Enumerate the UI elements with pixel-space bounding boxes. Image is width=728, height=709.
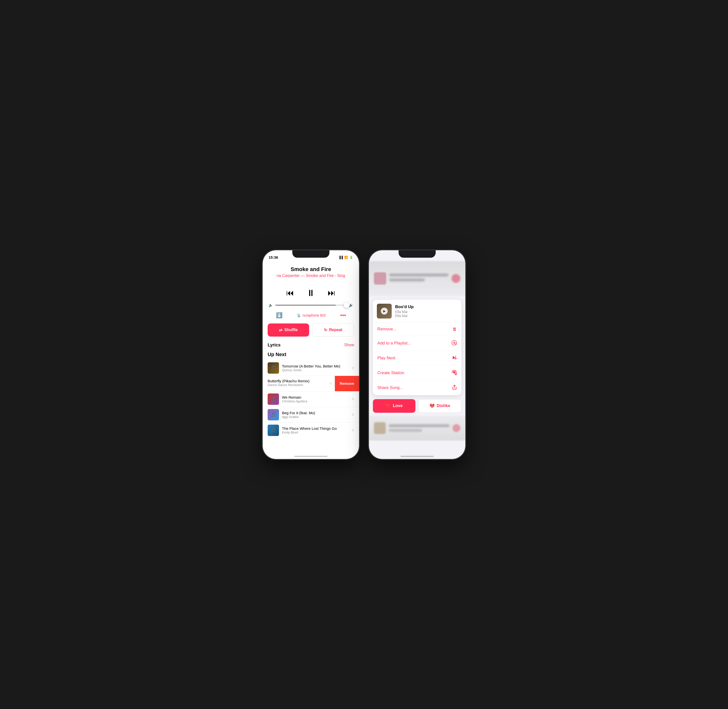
queue-item-info: We Remain Christina Aguilera bbox=[282, 395, 349, 403]
ctx-song-info: Boo'd Up Ella Mai Ella Mai bbox=[395, 305, 457, 318]
ctx-song-album: Ella Mai bbox=[395, 310, 457, 314]
queue-item-title: The Place Where Lost Things Go bbox=[282, 426, 349, 430]
more-options-icon[interactable]: ••• bbox=[340, 312, 346, 318]
queue-item-title: Butterfly (Pikachu Remix) bbox=[268, 379, 325, 383]
wifi-icon: 📶 bbox=[344, 256, 348, 259]
volume-high-icon: 🔊 bbox=[349, 303, 353, 307]
repeat-button[interactable]: ↻ Repeat bbox=[312, 324, 354, 337]
blurred-album-art bbox=[374, 272, 386, 284]
volume-low-icon: 🔈 bbox=[269, 303, 273, 307]
shuffle-button[interactable]: ⇄ Shuffle bbox=[268, 324, 309, 337]
lyrics-row: Lyrics Show bbox=[263, 343, 359, 352]
volume-row: 🔈 🔊 bbox=[263, 303, 359, 312]
airplay-icon: 📡 bbox=[297, 313, 301, 317]
queue-item: 🎵 We Remain Christina Aguilera ≡ bbox=[263, 391, 359, 407]
ctx-song-artist: Ella Mai bbox=[395, 314, 457, 318]
drag-handle-icon[interactable]: ≡ bbox=[352, 397, 354, 401]
dislike-label: Dislike bbox=[437, 403, 450, 408]
repeat-label: Repeat bbox=[329, 328, 342, 332]
blurred-line-bottom-2 bbox=[389, 429, 422, 432]
play-next-label: Play Next bbox=[377, 356, 395, 360]
drag-handle-icon[interactable]: ≡ bbox=[352, 366, 354, 370]
album-art-we-remain: 🎵 bbox=[268, 394, 279, 405]
phone2-screen: ▶ Boo'd Up Ella Mai Ella Mai Remove... 🗑… bbox=[369, 250, 465, 459]
notch bbox=[399, 250, 436, 258]
device-name-row[interactable]: 📡 nuraphone 602 bbox=[297, 313, 326, 317]
volume-slider[interactable] bbox=[275, 305, 347, 306]
phone1-screen: 15:36 ▐▐ 📶 🔋 Smoke and Fire na Carpenter… bbox=[263, 250, 359, 459]
play-next-icon bbox=[451, 355, 457, 362]
queue-item: 🎵 Tomorrow (A Better You, Better Me) Qui… bbox=[263, 360, 359, 376]
device-name-label: nuraphone 602 bbox=[303, 313, 326, 317]
volume-thumb bbox=[344, 302, 349, 308]
dislike-button[interactable]: 💔 Dislike bbox=[418, 399, 462, 413]
player-controls: ⏮ ⏸ ⏭ bbox=[263, 285, 359, 303]
queue-list: 🎵 Tomorrow (A Better You, Better Me) Qui… bbox=[263, 360, 359, 438]
drag-handle-icon[interactable]: ≡ bbox=[352, 428, 354, 433]
menu-item-remove[interactable]: Remove... 🗑 bbox=[373, 323, 462, 336]
signal-icon: ▐▐ bbox=[339, 256, 343, 259]
lyrics-label: Lyrics bbox=[268, 343, 281, 348]
love-button[interactable]: ❤️ Love bbox=[373, 399, 415, 413]
shuffle-label: Shuffle bbox=[284, 328, 297, 332]
status-time: 15:36 bbox=[269, 255, 278, 260]
track-title: Smoke and Fire bbox=[263, 261, 359, 274]
notch bbox=[292, 250, 329, 258]
create-station-icon bbox=[451, 370, 457, 376]
drag-handle-icon[interactable]: ≡ bbox=[352, 413, 354, 417]
menu-item-share[interactable]: Share Song... bbox=[373, 381, 462, 395]
fast-forward-button[interactable]: ⏭ bbox=[328, 288, 336, 298]
drag-handle-icon[interactable]: ≡ bbox=[329, 378, 335, 389]
volume-fill bbox=[275, 305, 336, 306]
add-playlist-icon bbox=[451, 340, 457, 347]
queue-item-info: Tomorrow (A Better You, Better Me) Quinc… bbox=[282, 364, 349, 372]
share-icon bbox=[452, 385, 457, 391]
menu-item-add-playlist[interactable]: Add to a Playlist... bbox=[373, 336, 462, 351]
track-subtitle: na Carpenter — Smoke and Fire - Sing bbox=[263, 274, 359, 285]
create-station-label: Create Station bbox=[377, 371, 404, 375]
shuffle-repeat-row: ⇄ Shuffle ↻ Repeat bbox=[263, 324, 359, 343]
dislike-icon: 💔 bbox=[430, 403, 435, 408]
remove-label: Remove... bbox=[377, 327, 396, 332]
heart-icon: ❤️ bbox=[386, 403, 391, 408]
album-art-quincy: 🎵 bbox=[268, 362, 279, 373]
home-indicator bbox=[400, 456, 434, 457]
home-indicator bbox=[294, 456, 328, 457]
pause-button[interactable]: ⏸ bbox=[306, 288, 315, 298]
queue-item-artist: Iggy Azalea bbox=[282, 415, 349, 419]
action-row: ⬇️ 📡 nuraphone 602 ••• bbox=[263, 312, 359, 324]
rewind-button[interactable]: ⏮ bbox=[286, 288, 294, 298]
queue-item-title: Beg For It (feat. Mo) bbox=[282, 411, 349, 415]
queue-item-title: Tomorrow (A Better You, Better Me) bbox=[282, 364, 349, 368]
status-icons: ▐▐ 📶 🔋 bbox=[339, 256, 353, 259]
menu-item-play-next[interactable]: Play Next bbox=[373, 351, 462, 366]
swiped-item-content: Butterfly (Pikachu Remix) Dance Dance Re… bbox=[263, 376, 329, 391]
queue-item-title: We Remain bbox=[282, 395, 349, 400]
play-overlay: ▶ bbox=[381, 308, 388, 315]
add-playlist-label: Add to a Playlist... bbox=[377, 341, 411, 346]
download-icon[interactable]: ⬇️ bbox=[276, 312, 282, 318]
blurred-action-bottom bbox=[453, 424, 460, 432]
trash-icon: 🗑 bbox=[453, 327, 457, 332]
album-art-iggy: 🎵 bbox=[268, 409, 279, 420]
context-menu-phone: ▶ Boo'd Up Ella Mai Ella Mai Remove... 🗑… bbox=[369, 250, 465, 459]
show-lyrics-button[interactable]: Show bbox=[344, 343, 354, 347]
queue-item-artist: Emily Blunt bbox=[282, 430, 349, 434]
shuffle-icon: ⇄ bbox=[279, 328, 282, 333]
remove-button[interactable]: Remove bbox=[335, 376, 359, 391]
svg-point-7 bbox=[453, 371, 455, 373]
queue-item: 🎵 The Place Where Lost Things Go Emily B… bbox=[263, 423, 359, 438]
blurred-text bbox=[389, 274, 448, 283]
menu-item-create-station[interactable]: Create Station bbox=[373, 366, 462, 381]
blurred-text-bottom bbox=[389, 425, 450, 432]
blurred-background-top bbox=[369, 261, 465, 296]
ctx-song-title: Boo'd Up bbox=[395, 305, 457, 309]
queue-item-artist: Dance Dance Revolution bbox=[268, 383, 325, 387]
queue-item-info: Beg For It (feat. Mo) Iggy Azalea bbox=[282, 411, 349, 419]
player-content: Smoke and Fire na Carpenter — Smoke and … bbox=[263, 261, 359, 459]
blurred-thumb-bottom bbox=[374, 422, 386, 434]
blurred-line-1 bbox=[389, 274, 448, 276]
blurred-line-bottom-1 bbox=[389, 425, 450, 427]
queue-item-info: The Place Where Lost Things Go Emily Blu… bbox=[282, 426, 349, 434]
queue-item: 🎵 Beg For It (feat. Mo) Iggy Azalea ≡ bbox=[263, 407, 359, 422]
